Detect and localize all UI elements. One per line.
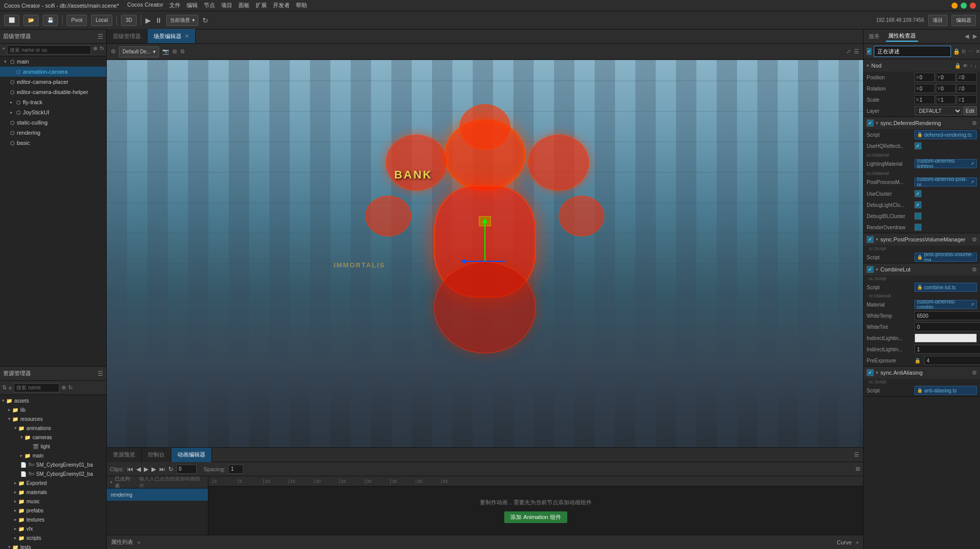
section-post-header[interactable]: ▾ sync.PostProcessVolumeManager ⚙ bbox=[864, 233, 980, 246]
tree-node-static-culling[interactable]: ⬡ static-culling bbox=[0, 117, 106, 128]
asset-cameras[interactable]: ▾ 📁 cameras bbox=[0, 433, 106, 442]
assets-menu-icon[interactable]: ☰ bbox=[98, 370, 103, 377]
gear-icon[interactable]: ⚙ bbox=[972, 236, 977, 243]
node-vis[interactable]: 👁 bbox=[963, 63, 968, 69]
debug-light-checkbox[interactable] bbox=[914, 201, 922, 208]
refresh-button[interactable]: ↻ bbox=[202, 16, 208, 24]
edit-layer-btn[interactable]: Edit bbox=[963, 106, 977, 115]
menu-cocos-creator[interactable]: Cocos Creator bbox=[127, 2, 163, 9]
link-icon[interactable]: ↗ bbox=[970, 179, 974, 185]
render-overdraw-checkbox[interactable] bbox=[914, 224, 922, 231]
white-temp-input[interactable] bbox=[914, 311, 980, 320]
add-node-icon[interactable]: + bbox=[2, 45, 5, 54]
tab-hierarchy[interactable]: 层级管理器 bbox=[107, 29, 147, 43]
add-prop-icon[interactable]: + bbox=[137, 539, 140, 545]
scene-view[interactable]: BANK IMMORTALIS bbox=[107, 60, 863, 447]
close-button[interactable] bbox=[970, 3, 976, 9]
section-enable-checkbox[interactable] bbox=[867, 236, 874, 243]
camera-icon[interactable]: 📷 bbox=[162, 48, 169, 55]
asset-assets[interactable]: ▾ 📁 assets bbox=[0, 396, 106, 405]
menu-developer[interactable]: 开发者 bbox=[273, 2, 290, 9]
maximize-button[interactable] bbox=[961, 3, 967, 9]
x-value[interactable]: 0 bbox=[920, 75, 923, 80]
asset-resources[interactable]: ▾ 📁 resources bbox=[0, 414, 106, 423]
filter-icon[interactable]: ⇅ bbox=[2, 384, 7, 391]
asset-exported[interactable]: ▸ 📁 Exported bbox=[0, 478, 106, 487]
right-arrow-icon[interactable]: ▶ bbox=[973, 33, 977, 40]
tree-node-joystick[interactable]: ▸ ⬡ JoyStickUI bbox=[0, 107, 106, 117]
tab-services[interactable]: 服务 bbox=[867, 32, 882, 41]
y-value[interactable]: 0 bbox=[941, 86, 944, 92]
mode-3d-btn[interactable]: 3D bbox=[121, 15, 137, 26]
section-combine-header[interactable]: ▾ CombineLut ⚙ bbox=[864, 263, 980, 276]
link-icon[interactable]: ↗ bbox=[970, 161, 974, 166]
new-btn[interactable]: ⬜ bbox=[4, 15, 19, 26]
menu-extend[interactable]: 扩展 bbox=[256, 2, 267, 9]
project-btn[interactable]: 项目 bbox=[928, 15, 947, 26]
indirect-lighting-input[interactable] bbox=[914, 345, 980, 354]
script-combine-ref[interactable]: 🔒 combine-lut.ts bbox=[914, 283, 977, 292]
hierarchy-zoom-in[interactable]: ⊕ bbox=[93, 45, 98, 54]
y-value[interactable]: 0 bbox=[941, 75, 944, 80]
left-arrow-icon[interactable]: ◀ bbox=[965, 33, 969, 40]
anim-play[interactable]: ▶ bbox=[144, 466, 148, 473]
node-arrow-up[interactable]: ↑ bbox=[970, 63, 972, 69]
panel-close-icon[interactable]: ☰ bbox=[850, 451, 863, 458]
play-button[interactable]: ▶ bbox=[145, 16, 151, 24]
pos-x-field[interactable]: X 0 bbox=[914, 73, 935, 82]
pos-z-field[interactable]: Z 0 bbox=[957, 73, 977, 82]
section-aa-header[interactable]: ▾ sync.AntiAliasing ⚙ bbox=[864, 367, 980, 379]
y-value[interactable]: 1 bbox=[941, 97, 944, 103]
scale-y-field[interactable]: Y 1 bbox=[936, 95, 956, 104]
curve-tab[interactable]: Curve bbox=[837, 539, 851, 545]
gear-icon[interactable]: ⚙ bbox=[972, 370, 977, 376]
asset-sm-cyborg02[interactable]: 📄 fbx SM_CyborgEnemy02_ba bbox=[0, 469, 106, 478]
menu-edit[interactable]: 编辑 bbox=[187, 2, 198, 9]
anim-loop[interactable]: ↻ bbox=[168, 466, 173, 473]
anim-prev-frame[interactable]: ◀ bbox=[136, 466, 141, 473]
assets-zoom-in[interactable]: ⊕ bbox=[62, 384, 66, 391]
pivot-btn[interactable]: Pivot bbox=[67, 15, 87, 26]
gear-icon[interactable]: ⚙ bbox=[972, 266, 977, 273]
panel-settings-icon[interactable]: ☰ bbox=[854, 48, 859, 55]
color-swatch-field[interactable] bbox=[914, 333, 977, 343]
editor-btn[interactable]: 编辑器 bbox=[952, 15, 976, 26]
tab-asset-preview[interactable]: 资源预览 bbox=[107, 448, 142, 462]
asset-scripts[interactable]: ▸ 📁 scripts bbox=[0, 533, 106, 542]
lighting-mat-ref[interactable]: custom-deferred-lighting... ↗ bbox=[914, 159, 977, 168]
section-deferred-header[interactable]: ▾ sync.DeferredRendering ⚙ bbox=[864, 117, 980, 129]
asset-main-anim[interactable]: ▸ 📁 main bbox=[0, 451, 106, 460]
tree-node-editor-camera-disable[interactable]: ⬡ editor-camera-disable-helper bbox=[0, 87, 106, 97]
asset-materials[interactable]: ▸ 📁 materials bbox=[0, 487, 106, 497]
link-icon[interactable]: ↗ bbox=[970, 302, 974, 307]
section-node-header[interactable]: ▾ Nod 🔒 👁 ↑ ↓ bbox=[864, 59, 980, 72]
add-prop-icon[interactable]: + bbox=[110, 479, 113, 485]
z-value[interactable]: 1 bbox=[962, 97, 965, 103]
hierarchy-menu-icon[interactable]: ☰ bbox=[98, 33, 103, 40]
pause-button[interactable]: ⏸ bbox=[155, 16, 162, 24]
node-close-icon[interactable]: ✕ bbox=[975, 48, 980, 55]
save-btn[interactable]: 💾 bbox=[43, 15, 58, 26]
debug-ibl-checkbox[interactable] bbox=[914, 212, 922, 220]
section-enable-checkbox[interactable] bbox=[867, 119, 874, 127]
pre-exposure-input[interactable] bbox=[924, 356, 980, 365]
layer-dropdown[interactable]: DEFAULT bbox=[914, 106, 962, 115]
grid-icon[interactable]: ⊞ bbox=[172, 48, 177, 55]
asset-music[interactable]: ▸ 📁 music bbox=[0, 497, 106, 506]
local-btn[interactable]: Local bbox=[91, 15, 112, 26]
scale-x-field[interactable]: X 1 bbox=[914, 95, 935, 104]
script-ref[interactable]: 🔒 deferred-rendering.ts bbox=[914, 130, 977, 139]
anim-step-forward[interactable]: ⏭ bbox=[159, 466, 165, 473]
script-post-ref[interactable]: 🔒 post-process-volume-ma... bbox=[914, 253, 977, 262]
pos-y-field[interactable]: Y 0 bbox=[936, 73, 956, 82]
tree-node-editor-camera-placer[interactable]: ⬡ editor-camera-placer bbox=[0, 77, 106, 87]
sort-icon[interactable]: ≡ bbox=[9, 385, 12, 391]
asset-lib[interactable]: ▸ 📁 lib bbox=[0, 405, 106, 414]
use-hq-checkbox[interactable] bbox=[914, 142, 922, 149]
x-value[interactable]: 1 bbox=[920, 97, 923, 103]
anim-step-back[interactable]: ⏮ bbox=[127, 466, 133, 473]
tree-node-fly-track[interactable]: ▸ ⬡ fly-track bbox=[0, 97, 106, 107]
node-arrow-down[interactable]: ↓ bbox=[974, 63, 977, 69]
assets-refresh[interactable]: ↻ bbox=[68, 384, 73, 391]
properties-tab[interactable]: 属性列表 bbox=[111, 538, 133, 546]
